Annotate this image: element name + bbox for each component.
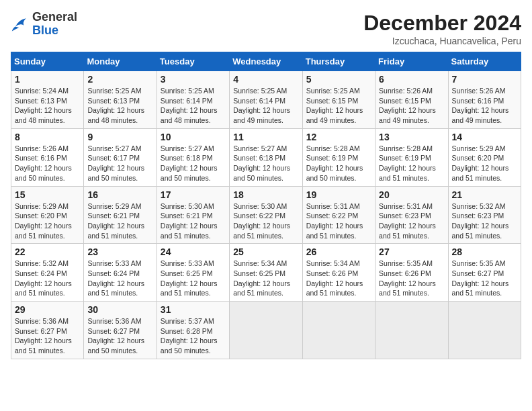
table-row: 4Sunrise: 5:25 AMSunset: 6:14 PMDaylight… [230,71,302,129]
day-number: 16 [87,189,152,200]
day-info: Sunrise: 5:29 AMSunset: 6:21 PMDaylight:… [87,202,144,240]
day-info: Sunrise: 5:27 AMSunset: 6:17 PMDaylight:… [87,144,144,182]
day-info: Sunrise: 5:28 AMSunset: 6:19 PMDaylight:… [379,144,436,182]
day-info: Sunrise: 5:26 AMSunset: 6:16 PMDaylight:… [15,144,72,182]
day-number: 14 [452,132,517,142]
day-number: 26 [306,246,371,257]
day-number: 15 [15,189,80,200]
day-number: 25 [233,246,298,257]
day-info: Sunrise: 5:30 AMSunset: 6:21 PMDaylight:… [161,202,218,240]
calendar-week-row: 22Sunrise: 5:32 AMSunset: 6:24 PMDayligh… [11,244,521,302]
calendar-header-row: Sunday Monday Tuesday Wednesday Thursday… [11,52,521,71]
table-row: 15Sunrise: 5:29 AMSunset: 6:20 PMDayligh… [11,186,84,244]
day-info: Sunrise: 5:25 AMSunset: 6:13 PMDaylight:… [87,87,144,124]
day-info: Sunrise: 5:26 AMSunset: 6:16 PMDaylight:… [452,87,509,124]
calendar-week-row: 29Sunrise: 5:36 AMSunset: 6:27 PMDayligh… [11,302,521,359]
table-row: 16Sunrise: 5:29 AMSunset: 6:21 PMDayligh… [84,186,157,244]
day-number: 23 [87,246,152,257]
day-number: 27 [379,246,444,257]
col-saturday: Saturday [448,52,521,71]
day-info: Sunrise: 5:30 AMSunset: 6:22 PMDaylight:… [233,202,290,240]
table-row [302,302,375,359]
table-row: 3Sunrise: 5:25 AMSunset: 6:14 PMDaylight… [157,71,229,129]
day-number: 24 [161,246,226,257]
day-number: 4 [233,74,298,85]
day-info: Sunrise: 5:36 AMSunset: 6:27 PMDaylight:… [87,317,144,355]
table-row: 27Sunrise: 5:35 AMSunset: 6:26 PMDayligh… [375,244,448,302]
day-info: Sunrise: 5:31 AMSunset: 6:23 PMDaylight:… [379,202,436,240]
day-info: Sunrise: 5:25 AMSunset: 6:14 PMDaylight:… [161,87,218,124]
day-number: 18 [233,189,298,200]
table-row: 23Sunrise: 5:33 AMSunset: 6:24 PMDayligh… [84,244,157,302]
col-tuesday: Tuesday [157,52,229,71]
table-row: 18Sunrise: 5:30 AMSunset: 6:22 PMDayligh… [230,186,302,244]
table-row: 21Sunrise: 5:32 AMSunset: 6:23 PMDayligh… [448,186,521,244]
table-row [230,302,302,359]
day-number: 21 [452,189,517,200]
title-block: December 2024 Izcuchaca, Huancavelica, P… [363,11,521,46]
day-number: 5 [306,74,371,85]
table-row: 26Sunrise: 5:34 AMSunset: 6:26 PMDayligh… [302,244,375,302]
table-row: 20Sunrise: 5:31 AMSunset: 6:23 PMDayligh… [375,186,448,244]
col-wednesday: Wednesday [230,52,302,71]
day-info: Sunrise: 5:33 AMSunset: 6:24 PMDaylight:… [87,259,144,297]
table-row: 13Sunrise: 5:28 AMSunset: 6:19 PMDayligh… [375,128,448,186]
day-info: Sunrise: 5:32 AMSunset: 6:23 PMDaylight:… [452,202,509,240]
table-row: 17Sunrise: 5:30 AMSunset: 6:21 PMDayligh… [157,186,229,244]
day-number: 12 [306,132,371,142]
table-row: 28Sunrise: 5:35 AMSunset: 6:27 PMDayligh… [448,244,521,302]
day-number: 9 [87,132,152,142]
logo: General Blue [11,11,77,38]
table-row: 11Sunrise: 5:27 AMSunset: 6:18 PMDayligh… [230,128,302,186]
table-row: 22Sunrise: 5:32 AMSunset: 6:24 PMDayligh… [11,244,84,302]
table-row: 9Sunrise: 5:27 AMSunset: 6:17 PMDaylight… [84,128,157,186]
table-row: 24Sunrise: 5:33 AMSunset: 6:25 PMDayligh… [157,244,229,302]
day-number: 6 [379,74,444,85]
calendar-subtitle: Izcuchaca, Huancavelica, Peru [363,36,521,46]
day-info: Sunrise: 5:26 AMSunset: 6:15 PMDaylight:… [379,87,436,124]
day-info: Sunrise: 5:36 AMSunset: 6:27 PMDaylight:… [15,317,72,355]
day-number: 31 [161,304,226,315]
day-number: 17 [161,189,226,200]
col-sunday: Sunday [11,52,84,71]
table-row: 12Sunrise: 5:28 AMSunset: 6:19 PMDayligh… [302,128,375,186]
col-monday: Monday [84,52,157,71]
day-number: 11 [233,132,298,142]
calendar-table: Sunday Monday Tuesday Wednesday Thursday… [11,52,521,359]
day-info: Sunrise: 5:35 AMSunset: 6:27 PMDaylight:… [452,259,509,297]
day-number: 8 [15,132,80,142]
day-number: 29 [15,304,80,315]
table-row: 10Sunrise: 5:27 AMSunset: 6:18 PMDayligh… [157,128,229,186]
day-number: 3 [161,74,226,85]
day-info: Sunrise: 5:34 AMSunset: 6:26 PMDaylight:… [306,259,363,297]
table-row: 19Sunrise: 5:31 AMSunset: 6:22 PMDayligh… [302,186,375,244]
day-info: Sunrise: 5:37 AMSunset: 6:28 PMDaylight:… [161,317,218,355]
day-info: Sunrise: 5:28 AMSunset: 6:19 PMDaylight:… [306,144,363,182]
table-row: 8Sunrise: 5:26 AMSunset: 6:16 PMDaylight… [11,128,84,186]
day-info: Sunrise: 5:29 AMSunset: 6:20 PMDaylight:… [452,144,509,182]
day-info: Sunrise: 5:29 AMSunset: 6:20 PMDaylight:… [15,202,72,240]
day-number: 30 [87,304,152,315]
logo-bird-icon [11,15,30,34]
day-info: Sunrise: 5:34 AMSunset: 6:25 PMDaylight:… [233,259,290,297]
table-row: 7Sunrise: 5:26 AMSunset: 6:16 PMDaylight… [448,71,521,129]
day-info: Sunrise: 5:33 AMSunset: 6:25 PMDaylight:… [161,259,218,297]
table-row [375,302,448,359]
day-info: Sunrise: 5:35 AMSunset: 6:26 PMDaylight:… [379,259,436,297]
day-info: Sunrise: 5:27 AMSunset: 6:18 PMDaylight:… [233,144,290,182]
table-row: 25Sunrise: 5:34 AMSunset: 6:25 PMDayligh… [230,244,302,302]
table-row: 5Sunrise: 5:25 AMSunset: 6:15 PMDaylight… [302,71,375,129]
table-row: 2Sunrise: 5:25 AMSunset: 6:13 PMDaylight… [84,71,157,129]
table-row: 1Sunrise: 5:24 AMSunset: 6:13 PMDaylight… [11,71,84,129]
page-header: General Blue December 2024 Izcuchaca, Hu… [11,11,521,46]
col-thursday: Thursday [302,52,375,71]
day-number: 19 [306,189,371,200]
calendar-week-row: 15Sunrise: 5:29 AMSunset: 6:20 PMDayligh… [11,186,521,244]
logo-text: General Blue [32,11,77,38]
table-row: 31Sunrise: 5:37 AMSunset: 6:28 PMDayligh… [157,302,229,359]
day-number: 2 [87,74,152,85]
table-row: 14Sunrise: 5:29 AMSunset: 6:20 PMDayligh… [448,128,521,186]
day-number: 22 [15,246,80,257]
day-info: Sunrise: 5:32 AMSunset: 6:24 PMDaylight:… [15,259,72,297]
table-row [448,302,521,359]
